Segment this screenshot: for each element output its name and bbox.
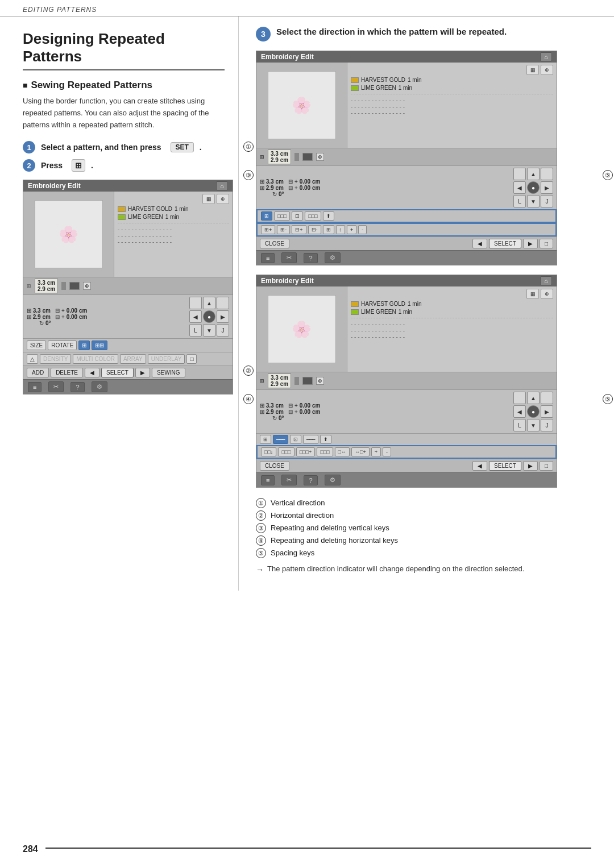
- nav-down[interactable]: ▼: [203, 324, 215, 337]
- sel-btn-r2[interactable]: SELECT: [489, 461, 521, 471]
- prev-btn-r1[interactable]: ◀: [472, 239, 487, 248]
- menu-r1[interactable]: ≡: [261, 253, 275, 263]
- rotate-btn[interactable]: ROTATE: [48, 340, 77, 350]
- spacing-btn-2[interactable]: -: [358, 225, 367, 234]
- thread1-r1: HARVEST GOLD: [361, 77, 405, 83]
- horiz2-btn[interactable]: ━━━: [303, 435, 318, 444]
- help-r2[interactable]: ?: [304, 475, 317, 485]
- nav-c-r2[interactable]: ●: [527, 405, 540, 418]
- nav-right[interactable]: ▶: [217, 310, 229, 323]
- sp-btn-2-r2[interactable]: -: [383, 447, 391, 456]
- help-r1[interactable]: ?: [304, 253, 317, 263]
- extra-mini-btn[interactable]: ⊕: [217, 194, 229, 204]
- nav-left[interactable]: ◀: [189, 310, 202, 323]
- up-btn-r2[interactable]: ⬆: [320, 435, 331, 444]
- detail-angle: ↻ 0°: [27, 320, 87, 326]
- vd-btn-5[interactable]: ⊞: [323, 225, 334, 234]
- nav-up-r2[interactable]: ▲: [527, 392, 540, 404]
- nav-l-r1[interactable]: ◀: [513, 181, 526, 194]
- home-btn-right1[interactable]: ⌂: [540, 52, 552, 61]
- spacing-btn-1[interactable]: +: [347, 225, 356, 234]
- grid-mode-btn[interactable]: ⊞: [78, 340, 90, 350]
- extra-mini-r1[interactable]: ⊕: [541, 65, 553, 75]
- rep-btn-2[interactable]: ⊡: [292, 211, 303, 221]
- mix-btn-r2[interactable]: ⊡: [290, 435, 301, 444]
- rep-btn-4[interactable]: ⬆: [323, 211, 334, 221]
- nav-up-r1[interactable]: ▲: [527, 168, 540, 180]
- prev-mini-r2[interactable]: ▦: [526, 289, 539, 299]
- set-button[interactable]: SET: [171, 142, 194, 152]
- extra-mini-r2[interactable]: ⊕: [541, 289, 553, 299]
- sewing-btn[interactable]: SEWING: [152, 368, 185, 377]
- grid-btn-r2[interactable]: ⊞: [260, 435, 271, 444]
- stitch-r1[interactable]: ✂: [281, 252, 297, 263]
- ann-5-circle-top: ⑤: [603, 170, 613, 180]
- header-label: EDITING PATTERNS: [23, 6, 97, 14]
- sel-btn-r1[interactable]: SELECT: [489, 239, 521, 248]
- sp-btn-1-r2[interactable]: +: [371, 447, 381, 456]
- nav-c-r1[interactable]: ●: [527, 181, 540, 194]
- horiz-btn[interactable]: ━━━: [273, 435, 288, 444]
- nav-up[interactable]: ▲: [203, 297, 215, 309]
- hr-btn-2[interactable]: □□□: [278, 447, 294, 456]
- emb-panel-right-2: Embroidery Edit ⌂ 🌸 ▦ ⊕: [256, 275, 557, 488]
- thread2-r1: LIME GREEN: [361, 85, 396, 91]
- vd-btn-6[interactable]: ↕: [336, 225, 346, 234]
- home-btn-r2[interactable]: ⌂: [540, 276, 552, 285]
- close-btn-r1[interactable]: CLOSE: [260, 239, 289, 248]
- nav-center[interactable]: ●: [203, 310, 215, 323]
- triangle-btn[interactable]: △: [27, 354, 38, 364]
- step3-title: Select the direction in which the patter…: [276, 26, 507, 38]
- grid-button[interactable]: ⊞: [72, 159, 85, 172]
- menu-icon[interactable]: ≡: [28, 382, 42, 392]
- close-btn-r2[interactable]: CLOSE: [260, 461, 289, 471]
- home-button[interactable]: ⌂: [216, 181, 228, 190]
- rep-btn-1[interactable]: □□□: [274, 211, 290, 221]
- vd-btn-2[interactable]: ⊞-: [277, 225, 290, 234]
- sq-btn-r1[interactable]: □: [540, 239, 553, 248]
- hr-btn-4[interactable]: □□□: [317, 447, 333, 456]
- nav-dn-r2[interactable]: ▼: [527, 419, 540, 431]
- array-mode-btn[interactable]: ⊞⊞: [92, 340, 107, 350]
- nav-J: J: [217, 324, 229, 337]
- menu-r2[interactable]: ≡: [261, 475, 275, 485]
- stitch-icon[interactable]: ✂: [48, 381, 64, 392]
- size-btn[interactable]: SIZE: [27, 340, 46, 350]
- extra-tool-btn[interactable]: □: [186, 354, 197, 364]
- nav-l-r2[interactable]: ◀: [513, 405, 526, 418]
- meas-sp-r1: [294, 153, 299, 161]
- settings-r2[interactable]: ⚙: [325, 475, 341, 485]
- select-btn[interactable]: SELECT: [101, 368, 134, 377]
- next-btn[interactable]: ▶: [135, 368, 150, 377]
- right-panel-wrapper-1: ① ③ ⑤ Embroidery Edit ⌂: [256, 51, 600, 265]
- next-btn-r1[interactable]: ▶: [523, 239, 538, 248]
- hr-btn-5[interactable]: □↔: [335, 447, 350, 456]
- prev-btn[interactable]: ◀: [85, 368, 99, 377]
- page-title: Designing Repeated Patterns: [23, 30, 225, 70]
- nav-r-r1[interactable]: ▶: [541, 181, 553, 194]
- nav-dn-r1[interactable]: ▼: [527, 195, 540, 207]
- prev-btn-r2[interactable]: ◀: [472, 461, 487, 471]
- hr-btn-6[interactable]: ↔□+: [351, 447, 370, 456]
- vd-btn-1[interactable]: ⊞+: [261, 225, 275, 234]
- vd-btn-3[interactable]: ⊟+: [292, 225, 306, 234]
- multi-color-btn: MULTI COLOR: [73, 354, 118, 364]
- next-btn-r2[interactable]: ▶: [523, 461, 538, 471]
- settings-icon[interactable]: ⚙: [92, 381, 107, 392]
- delete-btn[interactable]: DELETE: [51, 368, 83, 377]
- ann-1-circle: ①: [243, 142, 254, 152]
- help-icon[interactable]: ?: [70, 382, 84, 392]
- nav-r-r2[interactable]: ▶: [541, 405, 553, 418]
- add-btn[interactable]: ADD: [27, 368, 49, 377]
- ctrl-m1-r1: ⊞ 3.3 cm ⊟ + 0.00 cm: [260, 178, 320, 185]
- sq-btn-r2[interactable]: □: [540, 461, 553, 471]
- settings-r1[interactable]: ⚙: [325, 252, 341, 263]
- stitch-r2[interactable]: ✂: [281, 475, 297, 485]
- rep-btn-3[interactable]: □□□: [305, 211, 321, 221]
- hr-btn-3[interactable]: □□□+: [296, 447, 316, 456]
- grid-btn-r1[interactable]: ⊞: [261, 211, 272, 221]
- preview-mini-btn[interactable]: ▦: [202, 194, 215, 204]
- prev-mini-r1[interactable]: ▦: [526, 65, 539, 75]
- vd-btn-4[interactable]: ⊟-: [308, 225, 321, 234]
- hr-btn-1[interactable]: □□↓: [261, 447, 276, 456]
